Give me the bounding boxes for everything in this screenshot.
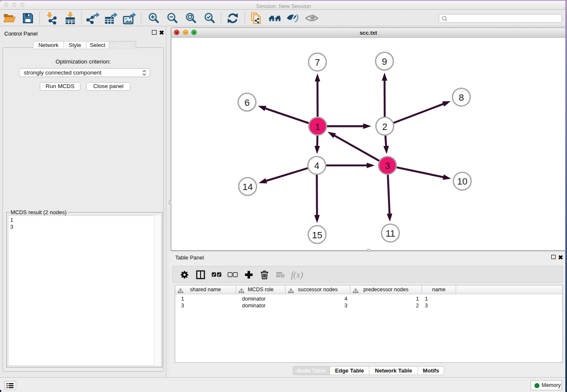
svg-text:2: 2 (382, 121, 387, 132)
svg-text:15: 15 (312, 230, 322, 240)
svg-text:11: 11 (385, 228, 395, 239)
svg-text:14: 14 (242, 182, 253, 192)
svg-text:9: 9 (382, 56, 387, 67)
svg-text:8: 8 (459, 92, 464, 103)
svg-text:4: 4 (314, 160, 319, 171)
svg-text:6: 6 (245, 97, 250, 108)
svg-text:10: 10 (457, 176, 467, 187)
svg-text:3: 3 (385, 160, 390, 171)
svg-text:1: 1 (315, 121, 320, 132)
svg-text:7: 7 (315, 57, 320, 68)
